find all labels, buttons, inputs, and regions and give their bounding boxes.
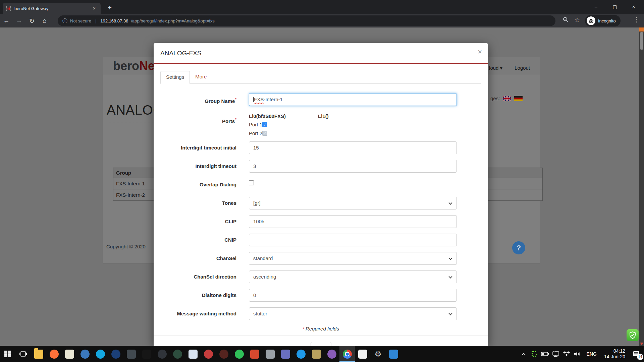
label-message-waiting-method: Message waiting method (160, 307, 236, 320)
taskbar-app-skype[interactable] (93, 346, 108, 362)
message-waiting-method-select[interactable]: stutter (249, 307, 457, 320)
taskbar-app-terminal[interactable] (139, 346, 154, 362)
save-button[interactable]: Save (311, 342, 331, 346)
writer-app-icon (127, 350, 136, 359)
file-explorer-icon (34, 350, 43, 359)
taskbar-app-utility-app[interactable] (262, 346, 278, 362)
browser-tab[interactable]: beroNet Gateway × (3, 3, 101, 14)
help-button[interactable]: ? (512, 241, 525, 254)
utility-app-icon (266, 350, 275, 359)
window-close-button[interactable]: × (626, 0, 641, 13)
address-bar[interactable]: ⓘ Not secure | 192.168.87.38/app/berogui… (58, 15, 555, 26)
control-clip: 1005 (249, 215, 457, 228)
archive-app-icon (312, 350, 321, 359)
taskbar-app-mail-client[interactable] (108, 346, 123, 362)
languages-label-fragment: ges: (490, 96, 500, 101)
tray-battery-icon[interactable] (540, 352, 550, 356)
tab-settings[interactable]: Settings (160, 71, 190, 84)
firefox-icon (50, 350, 59, 359)
zoom-icon[interactable] (563, 17, 569, 24)
cnip-input[interactable] (249, 234, 457, 246)
taskbar-app-paint-app[interactable] (77, 346, 93, 362)
page-viewport: beroNet DialplanSIPPSTNPreferencesManage… (0, 27, 644, 346)
tray-chevron-up-icon[interactable] (518, 352, 529, 356)
start-button[interactable] (0, 346, 15, 362)
scrollbar-arrow-down-icon[interactable] (640, 343, 643, 345)
taskbar-app-display-app[interactable] (355, 346, 370, 362)
checkbox[interactable] (249, 180, 254, 185)
checkbox-checked[interactable]: ✓ (262, 122, 267, 127)
windows-logo-icon (4, 351, 11, 357)
taskbar-app-firefox[interactable] (46, 346, 62, 362)
antivirus-shield-icon[interactable] (627, 329, 639, 341)
terminal-icon (142, 350, 151, 359)
incognito-icon (587, 16, 595, 25)
window-minimize-button[interactable]: – (588, 0, 604, 13)
taskbar-app-mail-app[interactable] (185, 346, 201, 362)
taskbar-app-file-explorer[interactable] (31, 346, 46, 362)
interdigit-timeout-initial-input[interactable]: 15 (249, 141, 457, 154)
taskbar-app-teams[interactable] (386, 346, 401, 362)
dialtone-digits-input[interactable]: 0 (249, 289, 457, 302)
tray-dropbox-icon[interactable] (561, 351, 572, 357)
taskbar-app-office-app[interactable] (247, 346, 262, 362)
label-chansel: ChanSel (160, 252, 236, 265)
taskbar-app-writer-app[interactable] (123, 346, 139, 362)
reload-icon[interactable]: ↻ (25, 17, 38, 25)
page-scrollbar[interactable] (639, 27, 644, 346)
chansel-select[interactable]: standard (249, 252, 457, 265)
tones-select[interactable]: [gr] (249, 197, 457, 209)
taskbar-app-messenger-green[interactable] (231, 346, 247, 362)
analog-fxs-modal: ANALOG-FXS × Settings More Group Name*FX… (154, 43, 488, 346)
keyboard-language[interactable]: ENG (583, 351, 601, 357)
taskbar-app-grid-app[interactable] (278, 346, 293, 362)
android-app-icon (173, 350, 182, 359)
action-center-button[interactable]: 14 (629, 351, 644, 357)
window-maximize-button[interactable]: ▢ (607, 0, 623, 13)
taskbar-app-blue-browser[interactable] (293, 346, 309, 362)
taskbar-app-media-app[interactable] (201, 346, 216, 362)
tab-more[interactable]: More (190, 71, 212, 83)
taskbar-app-chrome[interactable] (339, 346, 355, 362)
flag-en-icon[interactable] (503, 96, 511, 101)
back-icon[interactable]: ← (0, 17, 13, 24)
port-column-li1: Li1() (318, 113, 329, 120)
label-overlap-dialing: Overlap Dialing (160, 178, 236, 191)
task-view-button[interactable] (15, 346, 31, 362)
forward-icon[interactable]: → (13, 17, 25, 24)
url-host: 192.168.87.38 (100, 18, 128, 23)
notification-count-badge: 14 (637, 354, 643, 360)
beronet-favicon (6, 6, 11, 11)
form-row-ports: Ports*Li0(bf2S02FXS)Li1()Port 1✓Port 2✓ (160, 113, 481, 137)
taskbar-app-search-tool[interactable] (216, 346, 231, 362)
tray-volume-icon[interactable] (572, 351, 583, 357)
taskbar-app-text-editor[interactable] (62, 346, 77, 362)
label-clip: CLIP (160, 215, 236, 228)
scrollbar-thumb[interactable] (640, 32, 643, 50)
page-info-icon[interactable]: ⓘ (62, 18, 67, 24)
taskbar-app-camera-app[interactable] (154, 346, 170, 362)
chansel-direction-select[interactable]: ascending (249, 270, 457, 283)
taskbar-clock[interactable]: 04:12 14-Jun-20 (601, 348, 629, 360)
modal-close-icon[interactable]: × (478, 48, 482, 56)
new-tab-button[interactable]: + (105, 3, 115, 13)
home-icon[interactable]: ⌂ (38, 17, 51, 24)
incognito-label: Incognito (598, 18, 616, 23)
flag-de-icon[interactable] (514, 96, 523, 101)
interdigit-timeout-input[interactable]: 3 (249, 160, 457, 173)
bookmark-star-icon[interactable]: ☆ (574, 16, 580, 24)
tray-display-icon[interactable] (550, 351, 561, 357)
tab-title: beroNet Gateway (14, 6, 88, 11)
taskbar: ⚙ ENG 04:12 14-Jun-20 (0, 346, 644, 362)
group-name-input[interactable]: FXS-Intern-1 (249, 93, 457, 106)
taskbar-app-viber[interactable] (324, 346, 339, 362)
grid-app-icon (281, 350, 290, 359)
taskbar-app-settings[interactable]: ⚙ (370, 346, 386, 362)
tray-network-app-icon[interactable] (529, 351, 540, 357)
taskbar-app-android-app[interactable] (170, 346, 185, 362)
tab-close-icon[interactable]: × (91, 5, 97, 11)
browser-menu-icon[interactable]: ⋮ (633, 16, 640, 23)
clip-input[interactable]: 1005 (249, 215, 457, 228)
taskbar-app-archive-app[interactable] (309, 346, 324, 362)
url-path: /app/berogui/index.php?m=Analog&opt=fxs (131, 18, 214, 23)
